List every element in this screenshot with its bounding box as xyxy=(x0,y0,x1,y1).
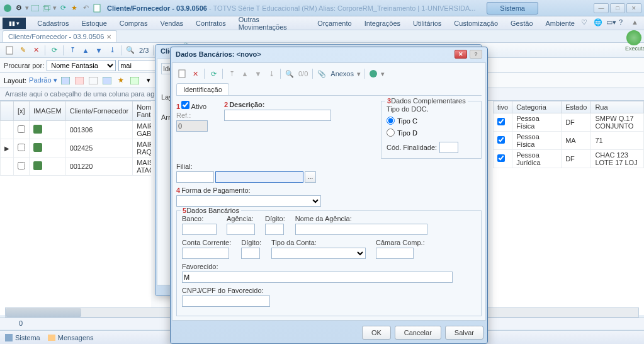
col-rua[interactable]: Rua xyxy=(591,101,644,113)
doc-icon[interactable] xyxy=(92,3,102,13)
cc-input[interactable] xyxy=(182,248,229,259)
table-row[interactable]: 001306MAIRA GABRIEL xyxy=(1,121,152,139)
heart-icon[interactable]: ♡ xyxy=(581,18,591,28)
find-icon[interactable]: 🔍 xyxy=(125,45,136,56)
menu-compras[interactable]: Compras xyxy=(113,18,154,29)
window-icon[interactable] xyxy=(30,3,40,13)
menu-orcamento[interactable]: Orçamento xyxy=(311,18,358,29)
tipo-c-radio[interactable] xyxy=(387,117,395,125)
table-row[interactable]: ▶002425MAIRA RAQUEL xyxy=(1,139,152,158)
table-row[interactable]: Pessoa JurídicaDFCHAC 123 LOTE 17 LOJ xyxy=(494,150,644,168)
layout-value[interactable]: Padrão ▾ xyxy=(29,76,57,84)
menu-customizacao[interactable]: Customização xyxy=(448,18,504,29)
menu-ambiente[interactable]: Ambiente xyxy=(539,18,581,29)
globe-icon[interactable]: 🌐 xyxy=(594,18,604,28)
next-icon[interactable]: ▼ xyxy=(93,45,105,56)
layout-icon-2[interactable] xyxy=(74,75,85,86)
delete-icon[interactable]: ✕ xyxy=(30,45,42,56)
nomeag-input[interactable] xyxy=(295,224,427,235)
cnpj-input[interactable] xyxy=(182,295,270,307)
sistema-button[interactable]: Sistema xyxy=(487,2,538,14)
codfin-input[interactable] xyxy=(439,142,458,153)
filial-lookup-button[interactable]: … xyxy=(305,171,316,183)
maximize-button[interactable]: □ xyxy=(610,3,625,13)
modal-anexos-label[interactable]: Anexos xyxy=(330,70,354,77)
table-row[interactable]: Pessoa FísicaMA71 xyxy=(494,132,644,150)
salvar-button[interactable]: Salvar xyxy=(445,326,483,340)
document-tab[interactable]: Cliente/Fornecedor - 03.9.0506 ✕ xyxy=(3,30,117,42)
edit-icon[interactable]: ✎ xyxy=(17,45,28,56)
ativo-checkbox[interactable] xyxy=(497,136,505,144)
layout-icon-4[interactable] xyxy=(101,75,113,86)
table-row[interactable]: 001220MAIS ATACADIS xyxy=(1,158,152,176)
modal-delete-icon[interactable]: ✕ xyxy=(189,68,201,79)
modal-globe-icon[interactable] xyxy=(368,68,379,79)
ativo-checkbox[interactable] xyxy=(497,154,505,162)
layout-icon-1[interactable] xyxy=(60,75,71,86)
forma-select[interactable] xyxy=(176,195,321,207)
search-field-select[interactable]: Nome Fantasia xyxy=(47,60,116,71)
menu-estoque[interactable]: Estoque xyxy=(75,18,113,29)
bottom-mensagens[interactable]: Mensagens xyxy=(48,334,94,341)
modal-prev-icon[interactable]: ▲ xyxy=(239,68,251,79)
col-check[interactable]: [x] xyxy=(14,101,30,121)
refresh-icon[interactable]: ⟳ xyxy=(58,3,68,13)
modal-find-icon[interactable]: 🔍 xyxy=(284,68,295,79)
banco-input[interactable] xyxy=(182,224,217,235)
first-icon[interactable]: ⤒ xyxy=(67,45,78,56)
collapse-icon[interactable]: ▲ xyxy=(631,18,641,28)
row-checkbox[interactable] xyxy=(18,125,25,133)
modal-refresh-icon[interactable]: ⟳ xyxy=(208,68,219,79)
col-nome[interactable]: Nome Fantasia xyxy=(133,101,151,121)
new-icon[interactable] xyxy=(4,45,15,56)
layout-icon-3[interactable] xyxy=(88,75,99,86)
col-imagem[interactable]: IMAGEM xyxy=(30,101,66,121)
tipoconta-select[interactable] xyxy=(271,248,366,259)
executar-panel[interactable]: Executar xyxy=(625,30,643,52)
modal-tab-identificacao[interactable]: Identificação xyxy=(176,83,229,95)
ativo-checkbox[interactable] xyxy=(497,118,505,125)
ativo-checkbox[interactable] xyxy=(181,101,189,109)
layout-icon-7[interactable]: ▾ xyxy=(143,75,154,86)
ok-button[interactable]: OK xyxy=(362,326,391,340)
menu-outras[interactable]: Outras Movimentações xyxy=(232,14,311,33)
filial-code-input[interactable] xyxy=(176,171,214,183)
tipo-d-radio[interactable] xyxy=(387,129,395,137)
menu-start[interactable]: ▮▮ ▾ xyxy=(3,18,26,29)
menu-contratos[interactable]: Contratos xyxy=(189,18,232,29)
layout-icon[interactable]: ▭▾ xyxy=(606,18,616,28)
col-estado[interactable]: Estado xyxy=(562,101,591,113)
star-icon[interactable]: ★ xyxy=(69,3,79,13)
modal-help-button[interactable]: ? xyxy=(470,50,482,59)
windows-icon[interactable] xyxy=(42,3,52,13)
modal-last-icon[interactable]: ⤓ xyxy=(266,68,277,79)
modal-close-button[interactable]: ✕ xyxy=(455,50,467,59)
agencia-input[interactable] xyxy=(227,224,255,235)
desc-input[interactable] xyxy=(224,110,331,121)
icon-gear[interactable]: ⚙ xyxy=(14,3,24,13)
modal-anexos-icon[interactable]: 📎 xyxy=(316,68,327,79)
prev-icon[interactable]: ▲ xyxy=(80,45,91,56)
camara-input[interactable] xyxy=(376,248,414,259)
search-input[interactable] xyxy=(118,60,156,71)
help-icon[interactable]: ? xyxy=(619,18,629,28)
table-row[interactable]: Pessoa FísicaDFSMPW Q.17 CONJUNTO xyxy=(494,113,644,132)
digito-input[interactable] xyxy=(265,224,284,235)
modal-first-icon[interactable]: ⤒ xyxy=(226,68,237,79)
menu-vendas[interactable]: Vendas xyxy=(154,18,189,29)
layout-icon-5[interactable]: ★ xyxy=(115,75,127,86)
refresh-icon[interactable]: ⟳ xyxy=(48,45,60,56)
digito2-input[interactable] xyxy=(241,248,260,259)
col-cliente[interactable]: Cliente/Fornecedor xyxy=(65,101,133,121)
tab-close-icon[interactable]: ✕ xyxy=(106,33,111,40)
minimize-button[interactable]: — xyxy=(594,3,609,13)
favorecido-input[interactable] xyxy=(182,272,453,283)
filial-name-input[interactable] xyxy=(215,171,303,183)
menu-utilitarios[interactable]: Utilitários xyxy=(407,18,448,29)
last-icon[interactable]: ⤓ xyxy=(106,45,118,56)
modal-new-icon[interactable] xyxy=(176,68,188,79)
layout-icon-6[interactable] xyxy=(129,75,140,86)
menu-integracoes[interactable]: Integrações xyxy=(358,18,407,29)
bottom-sistema[interactable]: Sistema xyxy=(5,334,40,341)
row-checkbox[interactable] xyxy=(18,144,25,151)
